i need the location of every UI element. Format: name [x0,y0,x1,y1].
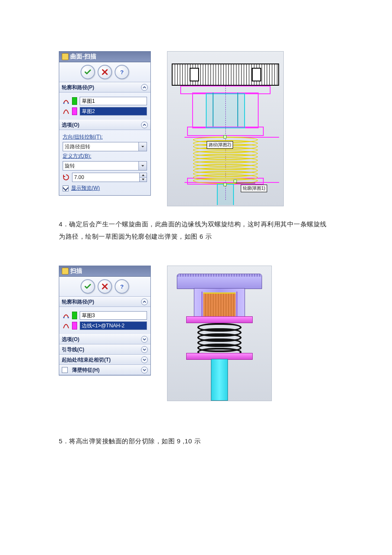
help-button[interactable]: ? [115,65,129,79]
ok-button[interactable] [81,279,95,294]
anchor-node [223,135,227,139]
chevron-down-icon [141,145,144,148]
spinner-down[interactable] [140,178,147,182]
section-profile-path[interactable]: 轮廓和路径(P) [59,297,150,307]
cad-view-surface-sweep[interactable]: 路径(草图2) 轮廓(草图1) [167,51,284,206]
chevron-down-icon [143,348,146,351]
define-by-label: 定义方式(B): [63,153,147,160]
check-icon [84,68,92,76]
section-label: 薄壁特征(H) [72,367,100,374]
svg-point-4 [63,317,65,318]
expand-toggle[interactable] [141,356,148,363]
panel-title: 扫描 [59,266,150,277]
spinner-buttons [139,173,147,182]
show-preview-label: 显示预览(W) [71,185,100,192]
section-tangency[interactable]: 起始处/结束处相切(T) [59,355,150,365]
close-icon [101,68,109,76]
section-label: 选项(O) [62,336,79,343]
path-field[interactable]: 边线<1>@TNAH-2 [80,321,147,330]
sweep-panel: 扫描 ? 轮廓和路径(P) [59,266,151,376]
path-field[interactable]: 草图2 [80,107,147,116]
panel-toolbar: ? [59,277,150,297]
show-preview-row: 显示预览(W) [63,185,147,192]
shaft [211,359,228,401]
path-sketch-icon [63,322,69,329]
cancel-button[interactable] [98,65,112,79]
path-color-chip [72,107,77,115]
collapse-toggle[interactable] [141,298,148,305]
chevron-down-icon [141,164,144,168]
expand-toggle[interactable] [141,336,148,343]
collapse-toggle[interactable] [141,121,148,128]
spinner-up[interactable] [140,173,147,178]
help-icon: ? [118,283,126,290]
cancel-button[interactable] [98,279,112,294]
spacer [59,413,333,425]
anchor-node [223,183,227,186]
feature-icon [62,53,69,60]
path-sketch-icon [63,108,69,115]
close-icon [101,283,109,290]
chevron-up-icon [143,300,146,304]
chevron-up-icon [143,123,146,127]
help-icon: ? [118,68,126,76]
paragraph-5: 5．将高出弹簧接触面的部分切除，如图 9 ,10 示 [59,435,333,448]
path-row: 边线<1>@TNAH-2 [63,321,147,330]
chevron-down-icon [143,368,146,372]
define-by-combo[interactable]: 旋转 [63,161,147,171]
profile-field[interactable]: 草图3 [80,311,147,320]
combo-dropdown-button[interactable] [138,162,147,170]
section-label: 轮廓和路径(P) [62,298,94,306]
chevron-up-icon [143,86,146,89]
section-options[interactable]: 选项(O) [59,334,150,344]
rotation-icon [63,174,69,181]
profile-sketch-icon [63,98,69,104]
leader-line [236,183,255,183]
turns-row: 7.00 [63,173,147,182]
svg-text:?: ? [120,283,124,290]
figure-row-2: 扫描 ? 轮廓和路径(P) [59,266,333,401]
section-thin-feature[interactable]: 薄壁特征(H) [59,365,150,375]
panel-title: 曲面-扫描 [59,52,150,62]
section-label: 轮廓和路径(P) [62,84,94,91]
svg-point-1 [63,103,65,104]
svg-point-2 [68,103,69,104]
check-icon [84,283,92,290]
expand-toggle[interactable] [141,346,148,353]
section-profile-path[interactable]: 轮廓和路径(P) [59,82,150,92]
profile-field[interactable]: 草图1 [80,97,147,105]
knurled-cap [177,274,262,289]
section-label: 选项(O) [62,121,79,129]
profile-color-chip [72,312,77,319]
dir-twist-combo[interactable]: 沿路径扭转 [63,142,147,151]
paragraph-4: 4．确定后会产生一个螺旋曲面，此曲面的边缘线为双螺旋结构，这时再利用其中一条螺旋… [59,218,333,243]
anchor-node [233,179,237,183]
path-row: 草图2 [63,107,147,116]
turns-spinner[interactable]: 7.00 [72,173,147,182]
help-button[interactable]: ? [115,279,129,294]
ok-button[interactable] [81,65,95,79]
thin-feature-checkbox[interactable] [62,367,68,373]
chevron-down-icon [143,358,146,361]
expand-toggle[interactable] [141,367,148,373]
combo-value: 沿路径扭转 [63,142,138,151]
combo-dropdown-button[interactable] [138,142,147,151]
thin-feature-row: 薄壁特征(H) [62,367,100,374]
section-label: 引导线(C) [62,346,84,353]
section-label: 起始处/结束处相切(T) [62,356,111,364]
figure-row-1: 曲面-扫描 ? 轮廓和路径(P) [59,51,333,206]
profile-color-chip [72,97,77,105]
panel-title-text: 扫描 [70,267,82,275]
upper-plate [186,316,253,323]
section-profile-path-body: 草图3 边线<1>@TNAH-2 [59,307,150,334]
section-profile-path-body: 草图1 草图2 [59,92,150,120]
cad-view-sweep[interactable] [167,266,272,401]
spinner-value: 7.00 [72,173,139,182]
show-preview-checkbox[interactable] [63,185,69,191]
collapse-toggle[interactable] [141,84,148,91]
section-guides[interactable]: 引导线(C) [59,344,150,355]
svg-point-5 [68,317,69,318]
section-options[interactable]: 选项(O) [59,120,150,130]
document-page: 曲面-扫描 ? 轮廓和路径(P) [0,0,392,479]
path-tag: 路径(草图2) [207,141,233,149]
